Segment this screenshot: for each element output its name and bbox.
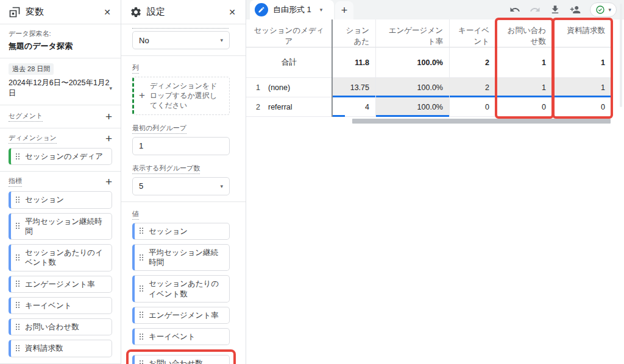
metric-chip-events-per-session[interactable]: セッションあたりのイベント数 xyxy=(9,244,112,271)
column-group-count-label: 表示する列グループ数 xyxy=(132,164,200,174)
metric-chip-avg-session-duration[interactable]: 平均セッション継続時間 xyxy=(9,213,112,240)
drag-handle-icon xyxy=(16,254,20,261)
total-row-label: 合計 xyxy=(246,47,332,78)
chevron-down-icon: ▾ xyxy=(110,85,113,91)
download-icon[interactable] xyxy=(550,4,561,15)
column-header-key-events[interactable]: キーイベント xyxy=(450,19,496,47)
close-icon[interactable]: ✕ xyxy=(102,6,112,18)
columns-dropzone[interactable]: + ディメンションをドロップするか選択してください xyxy=(132,77,230,115)
total-cell: 1 xyxy=(553,47,612,78)
exploration-name-section: データ探索名: 無題のデータ探索 xyxy=(0,24,121,58)
table-cell: 1 xyxy=(496,78,553,97)
add-metric-button[interactable]: + xyxy=(105,178,112,186)
value-chip-inquiries[interactable]: お問い合わせ数 xyxy=(132,355,230,364)
drag-handle-icon xyxy=(16,324,20,331)
value-chip-engagement-rate[interactable]: エンゲージメント率 xyxy=(132,307,230,324)
table-cell: 4 xyxy=(332,97,376,117)
metric-chip-document-requests[interactable]: 資料請求数 xyxy=(9,340,112,357)
column-header-inquiries[interactable]: お問い合わせ数 xyxy=(496,19,553,47)
column-header-document-requests[interactable]: 資料請求数 xyxy=(553,19,612,47)
variables-panel-header: 変数 ✕ xyxy=(0,0,121,24)
truncated-label-underline xyxy=(132,28,229,29)
metrics-label: 指標 xyxy=(9,177,22,187)
drag-handle-icon xyxy=(16,302,20,309)
values-label: 値 xyxy=(132,209,139,220)
horizontal-scrollbar[interactable] xyxy=(352,119,611,124)
metric-chip-key-events[interactable]: キーイベント xyxy=(9,297,112,314)
variables-icon xyxy=(9,6,21,18)
drag-handle-icon xyxy=(140,334,144,340)
tab-label: 自由形式 1 xyxy=(273,4,311,15)
date-range-badge: 過去 28 日間 xyxy=(9,63,54,75)
variables-title: 変数 xyxy=(26,6,98,18)
drag-handle-icon xyxy=(16,345,20,352)
free-form-table: セッションのメディア ションあた のイベント数 エンゲージメン ト率 キーイベン… xyxy=(246,19,624,117)
vertical-scrollbar[interactable] xyxy=(620,4,622,107)
settings-body: No ▾ 列 + ディメンションをドロップするか選択してください 最初の列グルー… xyxy=(121,24,246,364)
chevron-down-icon: ▾ xyxy=(608,7,611,13)
first-column-group-input[interactable]: 1 xyxy=(132,137,230,155)
date-range-section[interactable]: 過去 28 日間 2024年12月6日〜2025年1月2日 ▾ xyxy=(0,58,121,105)
exploration-name-label: データ探索名: xyxy=(9,29,112,38)
tab-strip: 自由形式 1 ▾ + ▾ xyxy=(246,0,624,19)
red-highlight-box-values: お問い合わせ数 資料請求数 xyxy=(126,349,236,364)
drag-handle-icon xyxy=(16,153,20,160)
share-person-add-icon[interactable] xyxy=(570,4,581,15)
column-group-count-select[interactable]: 5 ▾ xyxy=(132,177,230,195)
variables-panel: 変数 ✕ データ探索名: 無題のデータ探索 過去 28 日間 2024年12月6… xyxy=(0,0,121,364)
dimension-chip-session-medium[interactable]: セッションのメディア xyxy=(9,148,112,165)
frozen-column-divider xyxy=(332,19,333,117)
close-icon[interactable]: ✕ xyxy=(227,6,237,18)
table-cell: 100.0% xyxy=(376,78,450,97)
column-header-events-per-session[interactable]: ションあた のイベント数 xyxy=(332,19,376,47)
table-row-dimension: 2 referral xyxy=(246,97,332,117)
table-cell: 100.0% xyxy=(376,97,450,117)
value-chip-sessions[interactable]: セッション xyxy=(132,223,230,240)
status-ok-dropdown[interactable]: ▾ xyxy=(590,2,617,17)
add-tab-button[interactable]: + xyxy=(335,1,353,19)
first-column-group-label: 最初の列グループ xyxy=(132,124,186,134)
add-dimension-button[interactable]: + xyxy=(105,135,112,143)
chevron-down-icon: ▾ xyxy=(220,37,223,43)
settings-panel-header: 設定 ✕ xyxy=(121,0,246,24)
table-cell: 0 xyxy=(553,97,612,117)
total-cell: 100.0% xyxy=(376,47,450,78)
column-header-engagement-rate[interactable]: エンゲージメン ト率 xyxy=(376,19,450,47)
header-filler xyxy=(612,19,624,47)
settings-title: 設定 xyxy=(147,6,222,18)
redo-icon[interactable] xyxy=(530,4,541,15)
table-cell: 2 xyxy=(450,78,496,97)
dimensions-section: ディメンション + セッションのメディア xyxy=(0,128,121,172)
nested-rows-select[interactable]: No ▾ xyxy=(132,31,230,49)
column-header-session-medium[interactable]: セッションのメディア xyxy=(246,19,332,47)
table-cell: 13.75 xyxy=(332,78,376,97)
value-chip-avg-session-duration[interactable]: 平均セッション継続時間 xyxy=(132,244,230,271)
value-chip-key-events[interactable]: キーイベント xyxy=(132,328,230,345)
segments-label: セグメント xyxy=(9,111,43,122)
metric-chip-sessions[interactable]: セッション xyxy=(9,191,112,208)
drag-handle-icon xyxy=(140,228,144,234)
metric-chip-engagement-rate[interactable]: エンゲージメント率 xyxy=(9,276,112,293)
total-cell: 1 xyxy=(496,47,553,78)
table-cell: 1 xyxy=(553,78,612,97)
plus-icon: + xyxy=(139,89,145,103)
drag-handle-icon xyxy=(140,285,144,292)
canvas-toolbar: ▾ xyxy=(509,0,624,19)
undo-icon[interactable] xyxy=(509,4,520,15)
exploration-name-value[interactable]: 無題のデータ探索 xyxy=(9,41,112,52)
table-row-dimension: 1 (none) xyxy=(246,78,332,97)
drag-handle-icon xyxy=(16,223,20,229)
metric-chip-inquiries[interactable]: お問い合わせ数 xyxy=(9,318,112,335)
pencil-icon xyxy=(255,3,268,16)
chevron-down-icon: ▾ xyxy=(320,7,323,13)
value-chip-events-per-session[interactable]: セッションあたりのイベント数 xyxy=(132,275,230,303)
columns-label: 列 xyxy=(132,63,139,74)
date-range-value: 2024年12月6日〜2025年1月2日 xyxy=(9,78,110,99)
chevron-down-icon: ▾ xyxy=(220,183,223,189)
exploration-canvas: 自由形式 1 ▾ + ▾ xyxy=(246,0,624,364)
tab-free-form-1[interactable]: 自由形式 1 ▾ xyxy=(250,0,334,19)
metrics-section: 指標 + セッション 平均セッション継続時間 セッションあたりのイベント数 エン… xyxy=(0,172,121,363)
add-segment-button[interactable]: + xyxy=(105,113,112,121)
drag-handle-icon xyxy=(140,360,144,364)
gear-icon xyxy=(130,6,142,18)
